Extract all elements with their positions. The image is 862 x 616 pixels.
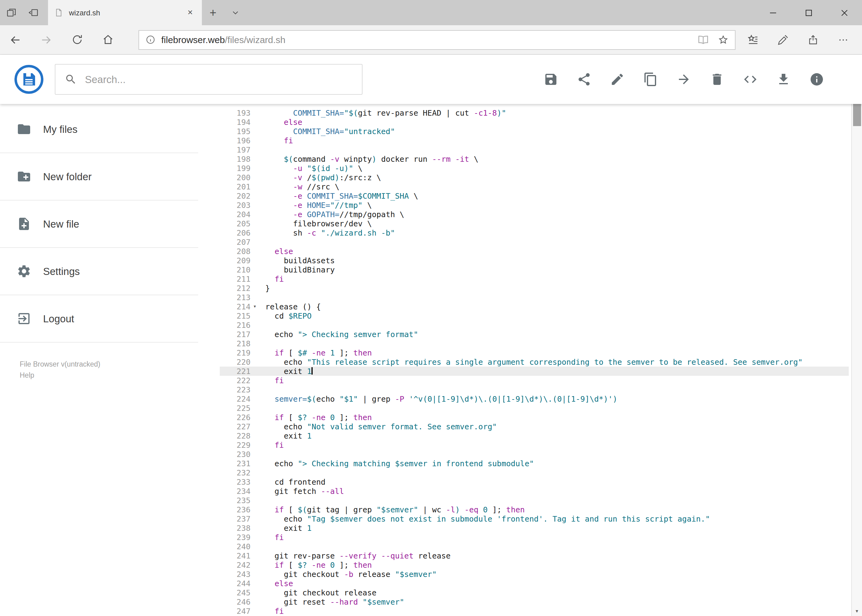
code-line[interactable]: 197 xyxy=(220,145,848,154)
more-button[interactable] xyxy=(828,25,858,55)
move-button[interactable] xyxy=(667,55,700,104)
sidebar-item-new-folder[interactable]: New folder xyxy=(0,153,198,201)
code-line[interactable]: 206 sh -c "./wizard.sh -b" xyxy=(220,228,848,237)
code-text: exit 1 xyxy=(259,366,312,376)
code-line[interactable]: 223 xyxy=(220,385,848,394)
code-line[interactable]: 215 cd $REPO xyxy=(220,311,848,321)
code-line[interactable]: 237 echo "Tag $semver does not exist in … xyxy=(220,514,848,523)
save-button[interactable] xyxy=(534,55,567,104)
code-line[interactable]: 213 xyxy=(220,293,848,302)
download-button[interactable] xyxy=(767,55,800,104)
tab-list-chevron-button[interactable] xyxy=(224,0,246,25)
code-editor[interactable]: 193 COMMIT_SHA="$(git rev-parse HEAD | c… xyxy=(220,104,848,616)
share-button[interactable] xyxy=(798,25,828,55)
minimize-button[interactable] xyxy=(755,0,791,25)
address-bar[interactable]: filebrowser.web/files/wizard.sh xyxy=(139,30,736,50)
delete-button[interactable] xyxy=(700,55,733,104)
code-line[interactable]: 221 exit 1 xyxy=(220,366,848,376)
raw-code-button[interactable] xyxy=(733,55,767,104)
code-line[interactable]: 236 if [ $(git tag | grep "$semver" | wc… xyxy=(220,505,848,514)
code-line[interactable]: 234 git fetch --all xyxy=(220,487,848,496)
code-line[interactable]: 239 fi xyxy=(220,533,848,542)
browser-tab[interactable]: wizard.sh ✕ xyxy=(48,0,202,25)
web-note-button[interactable] xyxy=(768,25,798,55)
set-tabs-aside-button[interactable] xyxy=(22,0,44,25)
code-line[interactable]: 211 fi xyxy=(220,274,848,284)
reading-view-icon[interactable] xyxy=(697,34,709,46)
code-line[interactable]: 210 buildBinary xyxy=(220,265,848,274)
hub-button[interactable] xyxy=(738,25,768,55)
code-line[interactable]: 214▾release () { xyxy=(220,302,848,311)
info-button[interactable] xyxy=(800,55,833,104)
tab-close-icon[interactable]: ✕ xyxy=(184,9,196,17)
code-line[interactable]: 241 git rev-parse --verify --quiet relea… xyxy=(220,551,848,560)
code-line[interactable]: 202 -e COMMIT_SHA=$COMMIT_SHA \ xyxy=(220,191,848,201)
code-line[interactable]: 230 xyxy=(220,449,848,459)
code-line[interactable]: 224 semver=$(echo "$1" | grep -P '^v(0|[… xyxy=(220,394,848,404)
code-line[interactable]: 244 else xyxy=(220,579,848,588)
back-button[interactable] xyxy=(0,25,31,55)
filebrowser-logo[interactable] xyxy=(14,64,44,94)
code-line[interactable]: 209 buildAssets xyxy=(220,256,848,265)
code-line[interactable]: 235 xyxy=(220,496,848,505)
code-line[interactable]: 208 else xyxy=(220,247,848,256)
help-link[interactable]: Help xyxy=(20,370,198,381)
search-box[interactable] xyxy=(55,64,362,95)
new-tab-button[interactable]: + xyxy=(202,0,224,25)
code-line[interactable]: 199 -u "$(id -u)" \ xyxy=(220,163,848,173)
code-line[interactable]: 233 cd frontend xyxy=(220,477,848,487)
sidebar-item-new-file[interactable]: New file xyxy=(0,201,198,248)
code-line[interactable]: 201 -w //src \ xyxy=(220,182,848,191)
code-line[interactable]: 243 git checkout -b release "$semver" xyxy=(220,570,848,579)
code-line[interactable]: 198 $(command -v winpty) docker run --rm… xyxy=(220,154,848,163)
code-line[interactable]: 225 xyxy=(220,404,848,413)
favorite-star-icon[interactable] xyxy=(718,34,729,45)
code-line[interactable]: 195 COMMIT_SHA="untracked" xyxy=(220,127,848,136)
code-line[interactable]: 218 xyxy=(220,339,848,348)
code-line[interactable]: 238 exit 1 xyxy=(220,523,848,533)
fold-arrow-icon[interactable]: ▾ xyxy=(251,302,259,311)
refresh-button[interactable] xyxy=(61,25,92,55)
code-line[interactable]: 203 -e HOME="//tmp" \ xyxy=(220,201,848,210)
scroll-down-icon[interactable]: ▼ xyxy=(852,605,862,616)
sidebar-item-my-files[interactable]: My files xyxy=(0,106,198,153)
code-line[interactable]: 217 echo "> Checking semver format" xyxy=(220,330,848,339)
code-line[interactable]: 212} xyxy=(220,284,848,293)
site-info-icon[interactable] xyxy=(145,35,156,45)
code-line[interactable]: 216 xyxy=(220,321,848,330)
code-line[interactable]: 247 fi xyxy=(220,607,848,616)
sidebar-item-logout[interactable]: Logout xyxy=(0,295,198,343)
home-button[interactable] xyxy=(92,25,123,55)
code-line[interactable]: 245 git checkout release xyxy=(220,588,848,597)
search-input[interactable] xyxy=(85,74,353,85)
sidebar-item-settings[interactable]: Settings xyxy=(0,248,198,295)
code-line[interactable]: 240 xyxy=(220,542,848,551)
code-line[interactable]: 231 echo "> Checking matching $semver in… xyxy=(220,459,848,468)
code-line[interactable]: 246 git reset --hard "$semver" xyxy=(220,597,848,607)
code-line[interactable]: 232 xyxy=(220,468,848,477)
edit-button[interactable] xyxy=(600,55,633,104)
forward-button[interactable] xyxy=(31,25,61,55)
code-line[interactable]: 200 -v /$(pwd):/src:z \ xyxy=(220,173,848,182)
copy-button[interactable] xyxy=(633,55,667,104)
maximize-button[interactable] xyxy=(791,0,826,25)
close-button[interactable] xyxy=(826,0,862,25)
code-line[interactable]: 196 fi xyxy=(220,136,848,145)
logout-icon xyxy=(17,311,32,326)
code-line[interactable]: 207 xyxy=(220,237,848,247)
code-line[interactable]: 228 exit 1 xyxy=(220,431,848,440)
code-line[interactable]: 226 if [ $? -ne 0 ]; then xyxy=(220,413,848,422)
code-line[interactable]: 242 if [ $? -ne 0 ]; then xyxy=(220,560,848,570)
code-line[interactable]: 204 -e GOPATH=//tmp/gopath \ xyxy=(220,210,848,219)
code-line[interactable]: 222 fi xyxy=(220,376,848,385)
code-line[interactable]: 205 filebrowser/dev \ xyxy=(220,219,848,228)
code-line[interactable]: 220 echo "This release script requires a… xyxy=(220,357,848,366)
code-line[interactable]: 193 COMMIT_SHA="$(git rev-parse HEAD | c… xyxy=(220,108,848,118)
share-file-button[interactable] xyxy=(567,55,600,104)
code-line[interactable]: 229 fi xyxy=(220,440,848,449)
code-line[interactable]: 219 if [ $# -ne 1 ]; then xyxy=(220,348,848,357)
tabs-aside-list-button[interactable] xyxy=(0,0,22,25)
code-line[interactable]: 227 echo "Not valid semver format. See s… xyxy=(220,422,848,431)
vertical-scrollbar[interactable]: ▲ ▼ xyxy=(851,55,862,616)
code-line[interactable]: 194 else xyxy=(220,118,848,127)
